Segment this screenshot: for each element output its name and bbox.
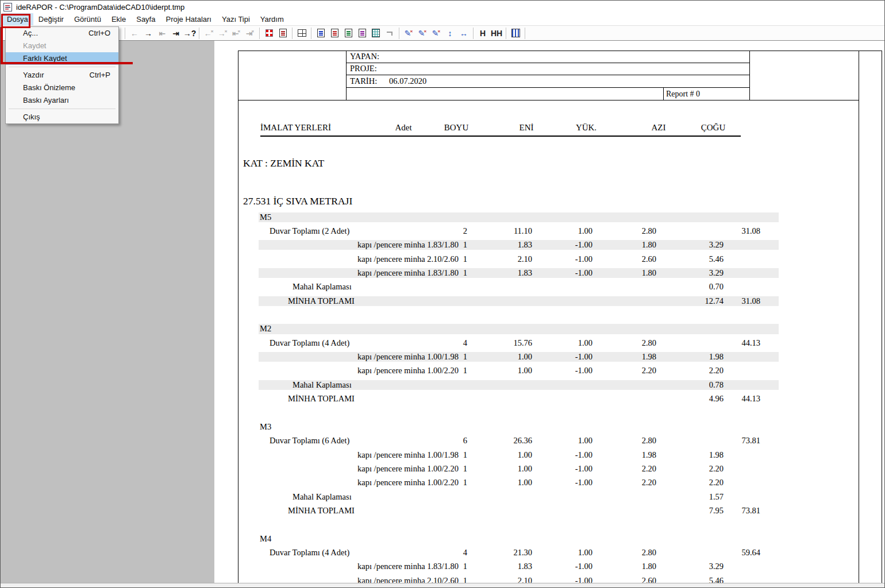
menubar-item-yardım[interactable]: Yardım <box>255 13 289 25</box>
row-value: 2 <box>459 226 467 236</box>
row-value: 1.83 <box>467 240 532 250</box>
proje-label: PROJE: <box>350 63 377 75</box>
menubar-item-değiştir[interactable]: Değiştir <box>33 13 69 25</box>
toolbar: ←→⇤⇥→?←×→×⇤×⇥×✎×✎×✎×↕↔HHH <box>1 25 884 41</box>
row-value: -1.00 <box>532 562 592 571</box>
menu-item-baskı-ayarları[interactable]: Baskı Ayarları <box>6 94 118 107</box>
row-value: -1.00 <box>532 352 592 362</box>
row-value: 31.08 <box>724 226 760 236</box>
page-notes-button[interactable] <box>276 27 290 40</box>
column-layout-button[interactable] <box>509 27 522 40</box>
join-pages-button[interactable]: H <box>476 27 490 40</box>
next-error-button[interactable]: →× <box>216 27 229 40</box>
first-error-button[interactable]: ⇤× <box>229 27 243 40</box>
menu-item-çıkış[interactable]: Çıkış <box>6 111 118 123</box>
select-object-icon <box>266 29 273 37</box>
app-icon <box>3 3 12 11</box>
horizontal-scrollbar[interactable] <box>1 583 885 588</box>
row-value: 1.80 <box>592 268 656 278</box>
row-value: 1.57 <box>656 492 724 502</box>
toolbar-group <box>262 27 290 40</box>
edit-row-button[interactable]: ✎× <box>415 27 429 40</box>
row-label: Duvar Toplamı (4 Adet) <box>259 338 459 348</box>
menu-separator <box>9 109 116 109</box>
edit-cell-button[interactable]: ✎× <box>402 27 415 40</box>
prev-error-button[interactable]: ←× <box>202 27 216 40</box>
menubar-item-proje-hataları[interactable]: Proje Hataları <box>160 13 216 25</box>
menu-item-label: Farklı Kaydet <box>23 54 67 63</box>
row-value: 1 <box>459 464 467 474</box>
toolbar-separator <box>311 28 311 39</box>
frame-top-line <box>238 51 882 51</box>
arrange-windows-button[interactable] <box>295 27 309 40</box>
row-value: 59.64 <box>724 548 760 558</box>
split-pages-button[interactable]: HH <box>490 27 503 40</box>
menu-item-baskı-önizleme[interactable]: Baskı Önizleme <box>6 82 118 94</box>
row-value: 1.80 <box>592 562 656 571</box>
edit-column-icon: ✎× <box>432 29 440 37</box>
row-value: 1.83 <box>467 562 532 571</box>
report-row: M4 <box>259 532 779 546</box>
toolbar-group <box>314 27 397 40</box>
report-disabled-button[interactable] <box>383 27 397 40</box>
toolbar-group: HHH <box>476 27 503 40</box>
first-page-icon: ⇤ <box>159 29 166 37</box>
goto-page-button[interactable]: →? <box>183 27 197 40</box>
frame-inner-right-line <box>859 51 859 583</box>
report-template-red-button[interactable] <box>328 27 341 40</box>
menubar-item-yazı-tipi[interactable]: Yazı Tipi <box>217 13 255 25</box>
row-label: MİNHA TOPLAMI <box>259 296 459 306</box>
last-error-button[interactable]: ⇥× <box>243 27 257 40</box>
toolbar-group: ←×→×⇤×⇥× <box>202 27 257 40</box>
next-page-button[interactable]: → <box>141 27 155 40</box>
last-page-button[interactable]: ⇥ <box>169 27 183 40</box>
row-value: 5.46 <box>656 254 724 264</box>
arrange-windows-icon <box>298 29 306 37</box>
prev-page-button[interactable]: ← <box>128 27 141 40</box>
annotation-left-bar <box>1 27 3 64</box>
select-object-button[interactable] <box>262 27 276 40</box>
row-label: Mahal Kaplaması <box>259 492 459 502</box>
dosya-highlight-annotation <box>1 14 30 28</box>
menu-item-kaydet[interactable]: Kaydet <box>6 40 118 52</box>
goto-page-icon: →? <box>183 29 197 37</box>
row-label: kapı /pencere minha 1.00/2.20 <box>259 366 459 376</box>
report-template-green-button[interactable] <box>341 27 355 40</box>
row-value: 2.10 <box>467 254 532 264</box>
first-page-button[interactable]: ⇤ <box>155 27 169 40</box>
row-value: 11.10 <box>467 226 532 236</box>
row-value: 1 <box>459 240 467 250</box>
row-value: 1.00 <box>467 464 532 474</box>
report-template-blue-button[interactable] <box>314 27 328 40</box>
menubar-item-görüntü[interactable]: Görüntü <box>69 13 106 25</box>
row-value: 0.78 <box>656 380 724 390</box>
menubar-item-ekle[interactable]: Ekle <box>106 13 131 25</box>
row-value: 1.00 <box>532 436 592 446</box>
row-label: M5 <box>259 212 459 222</box>
menu-item-yazdır[interactable]: YazdırCtrl+P <box>6 69 118 82</box>
row-value: 1.00 <box>467 352 532 362</box>
edit-column-button[interactable]: ✎× <box>429 27 443 40</box>
report-template-purple-icon <box>359 29 366 37</box>
column-width-button[interactable]: ↔ <box>457 27 471 40</box>
report-row: kapı /pencere minha 1.00/2.2011.00-1.002… <box>259 364 779 378</box>
row-value: 6 <box>459 436 467 446</box>
report-disabled-icon <box>386 29 394 37</box>
menu-item-label: Baskı Ayarları <box>23 96 69 105</box>
row-value: -1.00 <box>532 254 592 264</box>
report-table-button[interactable] <box>369 27 383 40</box>
menu-item-aç-[interactable]: Aç...Ctrl+O <box>6 27 118 40</box>
row-value: 1.00 <box>467 478 532 488</box>
col-cogu: ÇOĞU <box>701 123 726 133</box>
section-spacer <box>259 518 779 532</box>
menubar-item-sayfa[interactable]: Sayfa <box>131 13 160 25</box>
menu-item-label: Çıkış <box>23 113 40 121</box>
row-height-button[interactable]: ↕ <box>443 27 457 40</box>
toolbar-group <box>509 27 522 40</box>
row-value: 4 <box>459 548 467 558</box>
row-label: kapı /pencere minha 1.00/1.98 <box>259 352 459 362</box>
row-value: 73.81 <box>724 506 760 516</box>
row-value: 31.08 <box>724 296 760 306</box>
row-value: 2.60 <box>592 254 656 264</box>
report-template-purple-button[interactable] <box>355 27 369 40</box>
